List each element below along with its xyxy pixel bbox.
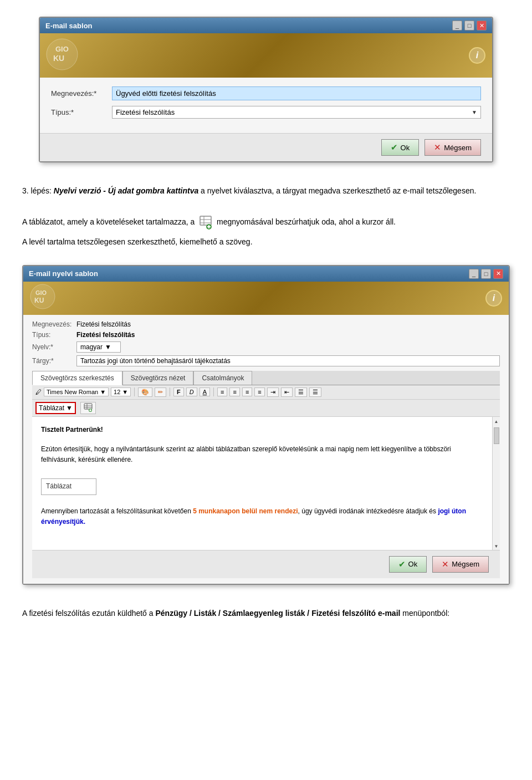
ok-button[interactable]: ✔ Ok: [381, 139, 420, 156]
style-value: Táblázat: [39, 404, 64, 412]
list-btn[interactable]: ☰: [295, 388, 307, 397]
dialog1-body: Megnevezés:* Típus:* Fizetési felszólítá…: [40, 78, 492, 133]
nyelv-value: magyar: [80, 343, 103, 351]
insert-btn[interactable]: [80, 402, 96, 414]
step3-number: 3.: [22, 186, 29, 195]
align-left-btn[interactable]: ≡: [217, 388, 227, 396]
dialog2-banner-logo: GIO KU: [23, 283, 485, 313]
dialog2-targy-label: Tárgy:*: [32, 357, 76, 365]
body-para2: A levél tartalma tetszőlegesen szerkeszt…: [22, 236, 510, 248]
dialog2-nyelv-label: Nyelv:*: [32, 343, 76, 351]
font-size-select[interactable]: 12 ▼: [111, 388, 131, 396]
dialog2-titlebar: E-mail nyelvi sablon _ □ ✕: [23, 266, 509, 282]
editor-container: Tisztelt Partnerünk! Ezúton értesítjük, …: [32, 417, 500, 550]
style-chevron-icon: ▼: [66, 404, 73, 412]
insert-table-icon: [199, 215, 212, 230]
step3-text-before: lépés:: [31, 186, 54, 195]
underline-btn[interactable]: A: [200, 388, 210, 396]
indent-btn[interactable]: ⇥: [267, 388, 279, 397]
highlight-btn[interactable]: ✏: [155, 388, 166, 397]
svg-text:KU: KU: [53, 54, 64, 63]
editor-greeting: Tisztelt Partnerünk!: [41, 426, 103, 434]
dialog2-banner: GIO KU i: [23, 282, 509, 315]
svg-rect-13: [84, 404, 92, 409]
numbered-list-btn[interactable]: ☰: [309, 388, 321, 397]
scrollbar-track[interactable]: ▲ ▼: [492, 417, 500, 550]
cancel-label2: Mégsem: [452, 560, 479, 568]
megnevezes-label: Megnevezés:*: [51, 89, 112, 98]
dialog1-title: E-mail sablon: [45, 22, 93, 30]
minimize-btn2[interactable]: _: [469, 269, 479, 279]
tab-csatolmanyok[interactable]: Csatolmányok: [193, 371, 252, 385]
restore-btn2[interactable]: □: [481, 269, 491, 279]
restore-btn[interactable]: □: [464, 21, 474, 30]
dialog2-body: Megnevezés: Fizetési felszólítás Típus: …: [23, 315, 509, 584]
italic-btn[interactable]: D: [186, 388, 197, 396]
tipus-label: Típus:*: [51, 108, 112, 116]
editor-toolbar-style: Táblázat ▼: [32, 400, 500, 417]
targy-input[interactable]: Tartozás jogi úton történő behajtásáról …: [76, 355, 500, 366]
bottom-text-after: menüpontból:: [400, 609, 449, 618]
table-placeholder: Táblázat: [41, 478, 96, 494]
body2-highlight: 5 munkanapon belül nem rendezi: [193, 507, 298, 515]
dialog1-footer: ✔ Ok ✕ Mégsem: [40, 133, 492, 161]
align-justify-btn[interactable]: ≡: [254, 388, 264, 396]
targy-value: Tartozás jogi úton történő behajtásáról …: [80, 357, 231, 365]
separator3: [213, 388, 214, 396]
font-name-select[interactable]: Times New Roman ▼: [44, 388, 109, 396]
scroll-thumb[interactable]: [494, 427, 499, 444]
separator1: [134, 388, 135, 396]
editor-content[interactable]: Tisztelt Partnerünk! Ezúton értesítjük, …: [32, 417, 492, 550]
dialog2-targy-row: Tárgy:* Tartozás jogi úton történő behaj…: [32, 355, 500, 366]
svg-text:KU: KU: [34, 297, 44, 304]
dialog2-controls: _ □ ✕: [469, 269, 503, 279]
nyelv-select[interactable]: magyar ▼: [76, 341, 121, 353]
tab-szovegtorzs-nezet[interactable]: Szövegtörzs nézet: [122, 371, 194, 385]
top-section: E-mail sablon _ □ ✕ GIO KU i Megnevezés:…: [0, 0, 532, 174]
close-btn2[interactable]: ✕: [493, 269, 503, 279]
align-center-btn[interactable]: ≡: [229, 388, 239, 396]
bottom-bold-text: Pénzügy / Listák / Számlaegyenleg listák…: [155, 609, 400, 618]
svg-text:GIO: GIO: [55, 45, 69, 53]
bottom-text-before: A fizetési felszólítás ezután küldhető a: [22, 609, 155, 618]
step3-item: 3. lépés: Nyelvi verzió - Új adat gombra…: [22, 185, 510, 197]
tipus-select-value: Fizetési felszólítás: [116, 108, 472, 116]
dialog2-megnevezes-row: Megnevezés: Fizetési felszólítás: [32, 320, 500, 328]
minimize-btn[interactable]: _: [452, 21, 462, 30]
step3-section: 3. lépés: Nyelvi verzió - Új adat gombra…: [0, 174, 532, 215]
tipus-select[interactable]: Fizetési felszólítás ▼: [112, 106, 481, 119]
editor-icon: 🖊: [35, 389, 42, 395]
font-name-value: Times New Roman: [47, 389, 98, 395]
close-btn[interactable]: ✕: [477, 21, 487, 30]
tab-szovegtorzs-szerkesztes[interactable]: Szövegtörzs szerkesztés: [32, 371, 122, 385]
ok-button2[interactable]: ✔ Ok: [389, 556, 427, 573]
editor-body1: Ezúton értesítjük, hogy a nyilvántartásu…: [41, 444, 483, 465]
font-chevron-icon: ▼: [100, 389, 106, 395]
cancel-label: Mégsem: [444, 144, 472, 152]
chevron-down-icon: ▼: [472, 109, 477, 115]
editor-toolbar-font: 🖊 Times New Roman ▼ 12 ▼ 🎨 ✏ F D A: [32, 385, 500, 400]
megnevezes-input[interactable]: [112, 86, 481, 100]
body2-before: Amennyiben tartozását a felszólításunkat…: [41, 507, 193, 515]
dialog2-title: E-mail nyelvi sablon: [29, 269, 98, 278]
checkmark-icon: ✔: [391, 142, 398, 152]
align-right-btn[interactable]: ≡: [242, 388, 252, 396]
svg-rect-3: [200, 216, 211, 225]
color-picker-btn[interactable]: 🎨: [138, 388, 152, 397]
dialog2-tipus-value: Fizetési felszólítás: [76, 331, 135, 339]
x-icon: ✕: [434, 142, 441, 152]
banner-logo: GIO KU: [40, 38, 469, 74]
outdent-btn[interactable]: ⇤: [281, 388, 293, 397]
para1-after: megnyomásával beszúrhatjuk oda, ahol a k…: [217, 217, 396, 226]
scroll-up-arrow[interactable]: ▲: [493, 418, 500, 425]
dialog2-section: E-mail nyelvi sablon _ □ ✕ GIO KU i Megn…: [0, 265, 532, 596]
cancel-button2[interactable]: ✕ Mégsem: [432, 556, 489, 573]
scroll-down-arrow[interactable]: ▼: [493, 543, 500, 550]
bold-btn[interactable]: F: [173, 388, 184, 396]
dialog2-box: E-mail nyelvi sablon _ □ ✕ GIO KU i Megn…: [22, 265, 510, 585]
dialog2-footer: ✔ Ok ✕ Mégsem: [32, 550, 500, 578]
dialog2-tipus-row: Típus: Fizetési felszólítás: [32, 331, 500, 339]
style-select[interactable]: Táblázat ▼: [35, 402, 76, 414]
cancel-button[interactable]: ✕ Mégsem: [424, 139, 481, 156]
bottom-text-section: A fizetési felszólítás ezután küldhető a…: [0, 596, 532, 625]
